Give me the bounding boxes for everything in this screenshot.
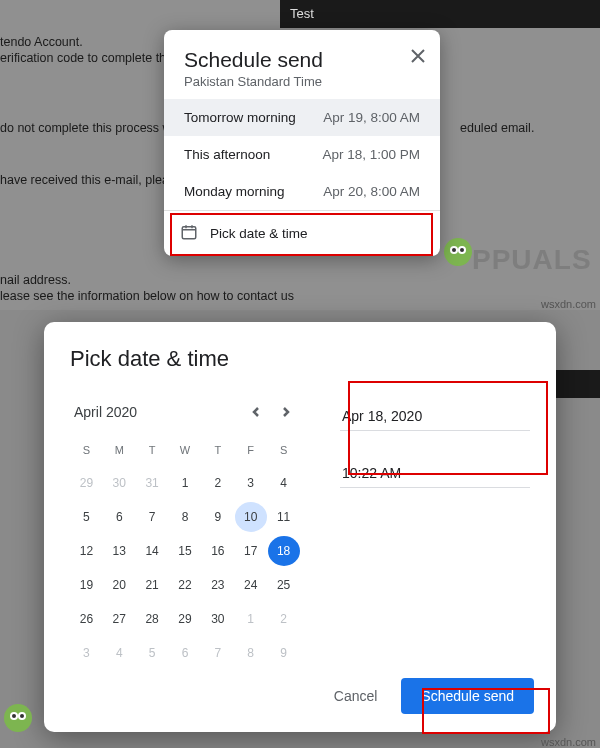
calendar-day[interactable]: 3 xyxy=(235,468,267,498)
calendar-day[interactable]: 14 xyxy=(136,536,168,566)
watermark-text: PPUALS xyxy=(472,244,592,276)
calendar-day[interactable]: 19 xyxy=(70,570,102,600)
option-time: Apr 19, 8:00 AM xyxy=(323,110,420,125)
calendar-day[interactable]: 20 xyxy=(103,570,135,600)
calendar-day[interactable]: 9 xyxy=(268,638,300,668)
calendar-day[interactable]: 22 xyxy=(169,570,201,600)
calendar-day[interactable]: 13 xyxy=(103,536,135,566)
bg-text: eduled email. xyxy=(460,120,534,136)
schedule-send-popup: Schedule send Pakistan Standard Time Tom… xyxy=(164,30,440,256)
prev-month-button[interactable] xyxy=(246,402,266,422)
calendar-day[interactable]: 28 xyxy=(136,604,168,634)
dow-label: T xyxy=(201,440,234,464)
mascot-icon xyxy=(440,234,476,270)
calendar-day[interactable]: 26 xyxy=(70,604,102,634)
option-time: Apr 20, 8:00 AM xyxy=(323,184,420,199)
calendar-grid: SMTWTFS293031123456789101112131415161718… xyxy=(70,440,300,668)
svg-point-0 xyxy=(444,238,472,266)
option-tomorrow-morning[interactable]: Tomorrow morning Apr 19, 8:00 AM xyxy=(164,99,440,136)
calendar-day[interactable]: 24 xyxy=(235,570,267,600)
calendar-day[interactable]: 4 xyxy=(103,638,135,668)
option-time: Apr 18, 1:00 PM xyxy=(322,147,420,162)
calendar-day[interactable]: 9 xyxy=(202,502,234,532)
calendar-day[interactable]: 5 xyxy=(70,502,102,532)
calendar-day[interactable]: 12 xyxy=(70,536,102,566)
calendar-day[interactable]: 27 xyxy=(103,604,135,634)
calendar-day[interactable]: 3 xyxy=(70,638,102,668)
calendar-day[interactable]: 8 xyxy=(235,638,267,668)
svg-point-10 xyxy=(20,714,24,718)
cancel-button[interactable]: Cancel xyxy=(318,678,394,714)
svg-rect-5 xyxy=(182,227,196,239)
schedule-send-button[interactable]: Schedule send xyxy=(401,678,534,714)
mascot-icon xyxy=(0,700,36,736)
pick-date-time-button[interactable]: Pick date & time xyxy=(164,210,440,256)
calendar-day[interactable]: 17 xyxy=(235,536,267,566)
calendar-day[interactable]: 25 xyxy=(268,570,300,600)
calendar-day[interactable]: 30 xyxy=(103,468,135,498)
next-month-button[interactable] xyxy=(276,402,296,422)
timezone-label: Pakistan Standard Time xyxy=(184,74,420,89)
dow-label: M xyxy=(103,440,136,464)
calendar-day[interactable]: 11 xyxy=(268,502,300,532)
option-label: Monday morning xyxy=(184,184,285,199)
bg-text: nail address. xyxy=(0,272,71,288)
bg-text: erification code to complete the xyxy=(0,50,173,66)
calendar-day[interactable]: 4 xyxy=(268,468,300,498)
calendar-day[interactable]: 31 xyxy=(136,468,168,498)
calendar-day[interactable]: 6 xyxy=(103,502,135,532)
calendar-day[interactable]: 2 xyxy=(202,468,234,498)
svg-point-4 xyxy=(460,248,464,252)
svg-point-3 xyxy=(452,248,456,252)
calendar: April 2020 SMTWTFS2930311234567891011121… xyxy=(70,402,300,668)
dow-label: F xyxy=(234,440,267,464)
dow-label: S xyxy=(70,440,103,464)
option-monday-morning[interactable]: Monday morning Apr 20, 8:00 AM xyxy=(164,173,440,210)
dow-label: S xyxy=(267,440,300,464)
calendar-day[interactable]: 21 xyxy=(136,570,168,600)
watermark-host: wsxdn.com xyxy=(541,298,596,310)
calendar-day[interactable]: 7 xyxy=(202,638,234,668)
calendar-day[interactable]: 15 xyxy=(169,536,201,566)
calendar-day[interactable]: 1 xyxy=(235,604,267,634)
calendar-day[interactable]: 16 xyxy=(202,536,234,566)
calendar-day[interactable]: 10 xyxy=(235,502,267,532)
calendar-day[interactable]: 1 xyxy=(169,468,201,498)
close-icon[interactable] xyxy=(408,46,428,66)
schedule-options: Tomorrow morning Apr 19, 8:00 AM This af… xyxy=(164,99,440,210)
calendar-day[interactable]: 7 xyxy=(136,502,168,532)
option-label: This afternoon xyxy=(184,147,270,162)
calendar-day[interactable]: 18 xyxy=(268,536,300,566)
calendar-day[interactable]: 2 xyxy=(268,604,300,634)
dow-label: T xyxy=(136,440,169,464)
bg-text: have received this e-mail, pleas xyxy=(0,172,175,188)
calendar-day[interactable]: 30 xyxy=(202,604,234,634)
popup-title: Schedule send xyxy=(184,48,420,72)
calendar-day[interactable]: 29 xyxy=(70,468,102,498)
calendar-day[interactable]: 6 xyxy=(169,638,201,668)
dialog-title: Pick date & time xyxy=(70,346,530,372)
calendar-day[interactable]: 8 xyxy=(169,502,201,532)
time-input[interactable] xyxy=(340,459,530,488)
svg-point-6 xyxy=(4,704,32,732)
calendar-icon xyxy=(180,223,198,244)
pick-date-time-dialog: Pick date & time April 2020 SMTWTFS29303… xyxy=(44,322,556,732)
bg-text: do not complete this process w xyxy=(0,120,172,136)
compose-bar: Test xyxy=(280,0,600,28)
date-input[interactable] xyxy=(340,402,530,431)
svg-point-9 xyxy=(12,714,16,718)
calendar-day[interactable]: 23 xyxy=(202,570,234,600)
bg-text: lease see the information below on how t… xyxy=(0,288,294,304)
dow-label: W xyxy=(169,440,202,464)
option-label: Tomorrow morning xyxy=(184,110,296,125)
calendar-day[interactable]: 29 xyxy=(169,604,201,634)
option-this-afternoon[interactable]: This afternoon Apr 18, 1:00 PM xyxy=(164,136,440,173)
calendar-month: April 2020 xyxy=(74,404,137,420)
calendar-day[interactable]: 5 xyxy=(136,638,168,668)
bg-text: tendo Account. xyxy=(0,34,83,50)
pick-label: Pick date & time xyxy=(210,226,308,241)
watermark-host: wsxdn.com xyxy=(541,736,596,748)
